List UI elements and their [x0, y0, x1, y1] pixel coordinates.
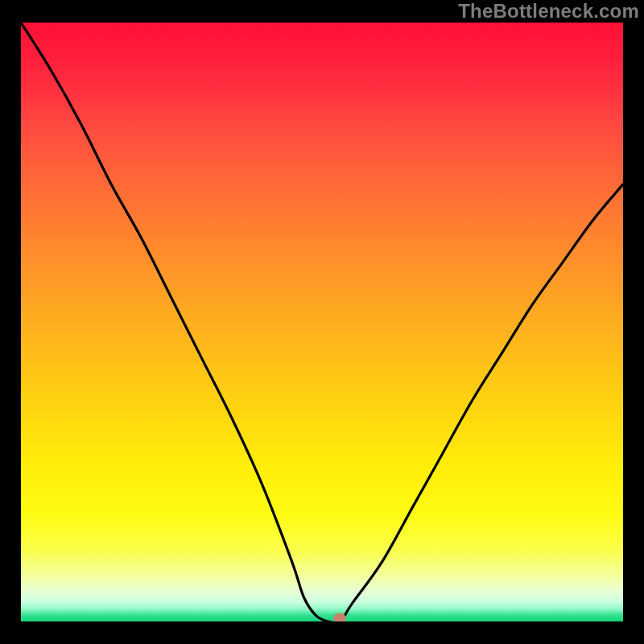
chart-frame: TheBottleneck.com	[0, 0, 644, 644]
optimum-marker	[333, 613, 346, 621]
plot-area	[21, 23, 623, 621]
curve-path	[21, 23, 623, 621]
bottleneck-curve	[21, 23, 623, 621]
credit-label: TheBottleneck.com	[458, 0, 639, 23]
